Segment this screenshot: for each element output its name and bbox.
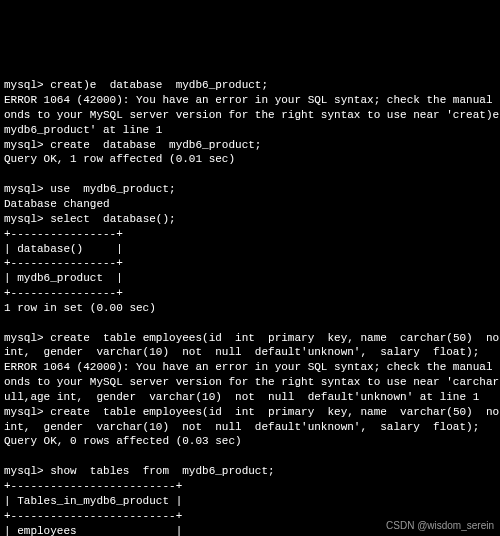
prompt: mysql> <box>4 139 44 151</box>
command: create table employees(id int primary ke… <box>50 406 500 418</box>
command: create database mydb6_product; <box>50 139 261 151</box>
result-line: Query OK, 0 rows affected (0.03 sec) <box>4 435 242 447</box>
error-line: ull,age int, gender varchar(10) not null… <box>4 391 479 403</box>
result-line: Query OK, 1 row affected (0.01 sec) <box>4 153 235 165</box>
prompt: mysql> <box>4 183 44 195</box>
prompt: mysql> <box>4 213 44 225</box>
result-line: Database changed <box>4 198 110 210</box>
table-border: +-------------------------+ <box>4 480 182 492</box>
command: create table employees(id int primary ke… <box>50 332 500 344</box>
prompt: mysql> <box>4 465 44 477</box>
error-line: onds to your MySQL server version for th… <box>4 109 500 121</box>
command: select database(); <box>50 213 175 225</box>
command: show tables from mydb6_product; <box>50 465 274 477</box>
result-line: 1 row in set (0.00 sec) <box>4 302 156 314</box>
watermark: CSDN @wisdom_serein <box>386 519 494 533</box>
table-row: | mydb6_product | <box>4 272 123 284</box>
table-border: +-------------------------+ <box>4 510 182 522</box>
error-line: onds to your MySQL server version for th… <box>4 376 500 388</box>
table-border: +----------------+ <box>4 257 123 269</box>
table-header: | Tables_in_mydb6_product | <box>4 495 182 507</box>
table-row: | employees | <box>4 525 182 536</box>
terminal-output: mysql> creat)e database mydb6_product; E… <box>4 63 496 536</box>
table-border: +----------------+ <box>4 287 123 299</box>
prompt: mysql> <box>4 406 44 418</box>
table-border: +----------------+ <box>4 228 123 240</box>
table-header: | database() | <box>4 243 123 255</box>
error-line: ERROR 1064 (42000): You have an error in… <box>4 361 500 373</box>
command-cont: int, gender varchar(10) not null default… <box>4 421 479 433</box>
prompt: mysql> <box>4 79 44 91</box>
command: creat)e database mydb6_product; <box>50 79 268 91</box>
command: use mydb6_product; <box>50 183 175 195</box>
prompt: mysql> <box>4 332 44 344</box>
error-line: mydb6_product' at line 1 <box>4 124 162 136</box>
command-cont: int, gender varchar(10) not null default… <box>4 346 479 358</box>
error-line: ERROR 1064 (42000): You have an error in… <box>4 94 500 106</box>
